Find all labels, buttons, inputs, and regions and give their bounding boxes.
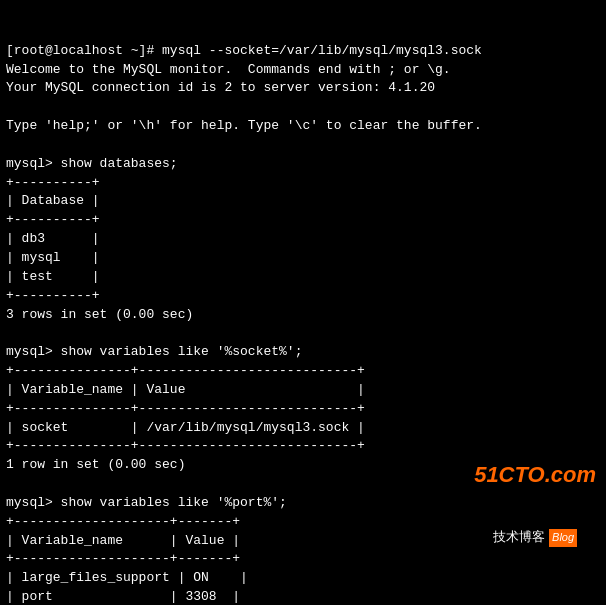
watermark-site: 51CTO.com bbox=[474, 459, 596, 491]
watermark-label2: Blog bbox=[549, 529, 577, 547]
watermark-label1: 技术博客 bbox=[493, 528, 545, 547]
watermark: 51CTO.com 技术博客 Blog bbox=[474, 421, 596, 585]
terminal-window: [root@localhost ~]# mysql --socket=/var/… bbox=[0, 0, 606, 605]
